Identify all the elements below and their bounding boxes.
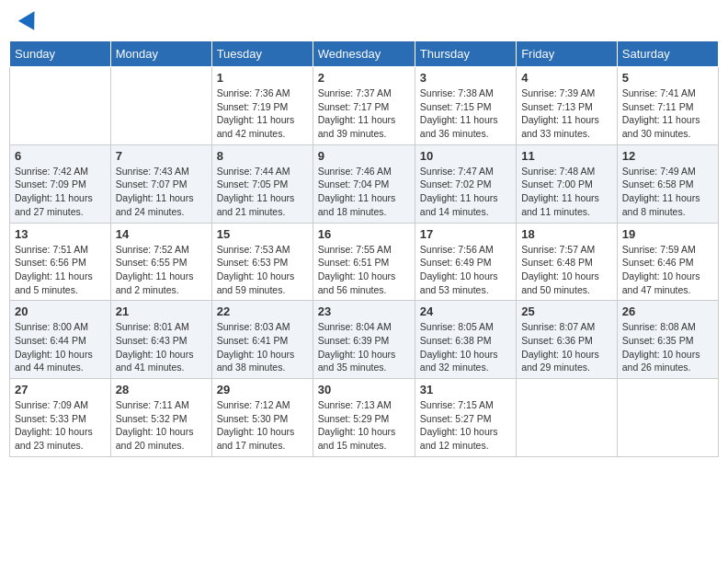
calendar-cell: 8Sunrise: 7:44 AM Sunset: 7:05 PM Daylig… [211,144,313,223]
day-number: 22 [217,304,308,318]
calendar-cell [617,379,718,457]
calendar-cell: 4Sunrise: 7:39 AM Sunset: 7:13 PM Daylig… [517,67,618,145]
calendar-cell: 20Sunrise: 8:00 AM Sunset: 6:44 PM Dayli… [10,301,111,379]
day-number: 14 [116,227,207,241]
calendar-cell: 10Sunrise: 7:47 AM Sunset: 7:02 PM Dayli… [415,144,516,223]
calendar-cell: 1Sunrise: 7:36 AM Sunset: 7:19 PM Daylig… [211,67,313,145]
day-info: Sunrise: 7:49 AM Sunset: 6:58 PM Dayligh… [622,165,713,219]
calendar-cell: 5Sunrise: 7:41 AM Sunset: 7:11 PM Daylig… [617,67,718,145]
column-header-saturday: Saturday [617,41,718,67]
day-number: 31 [420,383,511,396]
calendar-cell [517,379,618,457]
calendar-table: SundayMondayTuesdayWednesdayThursdayFrid… [9,40,719,457]
day-number: 8 [217,149,308,163]
day-number: 6 [15,149,106,163]
calendar-cell: 22Sunrise: 8:03 AM Sunset: 6:41 PM Dayli… [211,301,313,379]
day-number: 1 [217,71,308,85]
day-info: Sunrise: 8:00 AM Sunset: 6:44 PM Dayligh… [15,320,106,374]
calendar-cell: 23Sunrise: 8:04 AM Sunset: 6:39 PM Dayli… [313,301,415,379]
calendar-cell [110,67,211,145]
day-info: Sunrise: 8:07 AM Sunset: 6:36 PM Dayligh… [521,320,612,374]
day-info: Sunrise: 7:55 AM Sunset: 6:51 PM Dayligh… [318,243,410,297]
day-number: 23 [318,304,410,318]
day-info: Sunrise: 7:59 AM Sunset: 6:46 PM Dayligh… [622,243,713,297]
day-number: 3 [420,71,511,85]
day-number: 18 [521,227,612,241]
day-info: Sunrise: 7:42 AM Sunset: 7:09 PM Dayligh… [15,165,106,219]
calendar-week-row: 1Sunrise: 7:36 AM Sunset: 7:19 PM Daylig… [10,67,719,145]
calendar-cell [10,67,111,145]
calendar-cell: 21Sunrise: 8:01 AM Sunset: 6:43 PM Dayli… [110,301,211,379]
day-info: Sunrise: 8:03 AM Sunset: 6:41 PM Dayligh… [217,320,308,374]
calendar-cell: 30Sunrise: 7:13 AM Sunset: 5:29 PM Dayli… [313,379,415,457]
calendar-cell: 25Sunrise: 8:07 AM Sunset: 6:36 PM Dayli… [517,301,618,379]
calendar-week-row: 6Sunrise: 7:42 AM Sunset: 7:09 PM Daylig… [10,144,719,223]
calendar-cell: 15Sunrise: 7:53 AM Sunset: 6:53 PM Dayli… [211,223,313,301]
day-info: Sunrise: 7:36 AM Sunset: 7:19 PM Dayligh… [217,86,308,141]
column-header-wednesday: Wednesday [313,41,415,67]
day-number: 25 [521,304,612,318]
calendar-cell: 31Sunrise: 7:15 AM Sunset: 5:27 PM Dayli… [415,379,516,457]
day-info: Sunrise: 7:48 AM Sunset: 7:00 PM Dayligh… [521,165,612,219]
day-number: 24 [420,304,511,318]
logo-triangle-icon [18,6,42,30]
day-info: Sunrise: 8:01 AM Sunset: 6:43 PM Dayligh… [116,320,207,374]
calendar-cell: 19Sunrise: 7:59 AM Sunset: 6:46 PM Dayli… [617,223,718,301]
day-number: 19 [622,227,713,241]
calendar-cell: 27Sunrise: 7:09 AM Sunset: 5:33 PM Dayli… [10,379,111,457]
day-number: 9 [318,149,410,163]
day-info: Sunrise: 7:09 AM Sunset: 5:33 PM Dayligh… [15,398,106,453]
calendar-cell: 7Sunrise: 7:43 AM Sunset: 7:07 PM Daylig… [110,144,211,223]
day-info: Sunrise: 7:43 AM Sunset: 7:07 PM Dayligh… [116,165,207,219]
day-info: Sunrise: 7:53 AM Sunset: 6:53 PM Dayligh… [217,243,308,297]
calendar-cell: 9Sunrise: 7:46 AM Sunset: 7:04 PM Daylig… [313,144,415,223]
calendar-cell: 16Sunrise: 7:55 AM Sunset: 6:51 PM Dayli… [313,223,415,301]
calendar-cell: 11Sunrise: 7:48 AM Sunset: 7:00 PM Dayli… [517,144,618,223]
column-header-thursday: Thursday [415,41,516,67]
day-info: Sunrise: 7:11 AM Sunset: 5:32 PM Dayligh… [116,398,207,453]
day-number: 29 [217,383,308,396]
day-number: 10 [420,149,511,163]
calendar-cell: 14Sunrise: 7:52 AM Sunset: 6:55 PM Dayli… [110,223,211,301]
calendar-header-row: SundayMondayTuesdayWednesdayThursdayFrid… [10,41,719,67]
day-number: 2 [318,71,410,85]
day-number: 11 [521,149,612,163]
day-number: 16 [318,227,410,241]
day-number: 26 [622,304,713,318]
day-info: Sunrise: 7:13 AM Sunset: 5:29 PM Dayligh… [318,398,410,453]
column-header-friday: Friday [517,41,618,67]
day-info: Sunrise: 7:46 AM Sunset: 7:04 PM Dayligh… [318,165,410,219]
page-header [9,9,719,31]
column-header-sunday: Sunday [10,41,111,67]
day-info: Sunrise: 7:38 AM Sunset: 7:15 PM Dayligh… [420,86,511,141]
day-number: 28 [116,383,207,396]
day-info: Sunrise: 7:44 AM Sunset: 7:05 PM Dayligh… [217,165,308,219]
calendar-week-row: 13Sunrise: 7:51 AM Sunset: 6:56 PM Dayli… [10,223,719,301]
day-info: Sunrise: 8:04 AM Sunset: 6:39 PM Dayligh… [318,320,410,374]
calendar-week-row: 27Sunrise: 7:09 AM Sunset: 5:33 PM Dayli… [10,379,719,457]
calendar-cell: 18Sunrise: 7:57 AM Sunset: 6:48 PM Dayli… [517,223,618,301]
day-info: Sunrise: 7:47 AM Sunset: 7:02 PM Dayligh… [420,165,511,219]
calendar-cell: 12Sunrise: 7:49 AM Sunset: 6:58 PM Dayli… [617,144,718,223]
day-number: 13 [15,227,106,241]
day-info: Sunrise: 8:05 AM Sunset: 6:38 PM Dayligh… [420,320,511,374]
day-number: 30 [318,383,410,396]
column-header-tuesday: Tuesday [211,41,313,67]
calendar-cell: 2Sunrise: 7:37 AM Sunset: 7:17 PM Daylig… [313,67,415,145]
day-info: Sunrise: 7:52 AM Sunset: 6:55 PM Dayligh… [116,243,207,297]
day-info: Sunrise: 7:41 AM Sunset: 7:11 PM Dayligh… [622,86,713,141]
day-info: Sunrise: 8:08 AM Sunset: 6:35 PM Dayligh… [622,320,713,374]
calendar-cell: 3Sunrise: 7:38 AM Sunset: 7:15 PM Daylig… [415,67,516,145]
calendar-cell: 17Sunrise: 7:56 AM Sunset: 6:49 PM Dayli… [415,223,516,301]
day-info: Sunrise: 7:37 AM Sunset: 7:17 PM Dayligh… [318,86,410,141]
day-number: 17 [420,227,511,241]
calendar-week-row: 20Sunrise: 8:00 AM Sunset: 6:44 PM Dayli… [10,301,719,379]
logo [18,14,40,27]
calendar-cell: 24Sunrise: 8:05 AM Sunset: 6:38 PM Dayli… [415,301,516,379]
day-number: 27 [15,383,106,396]
calendar-cell: 28Sunrise: 7:11 AM Sunset: 5:32 PM Dayli… [110,379,211,457]
day-number: 4 [521,71,612,85]
day-info: Sunrise: 7:57 AM Sunset: 6:48 PM Dayligh… [521,243,612,297]
day-number: 20 [15,304,106,318]
calendar-cell: 26Sunrise: 8:08 AM Sunset: 6:35 PM Dayli… [617,301,718,379]
